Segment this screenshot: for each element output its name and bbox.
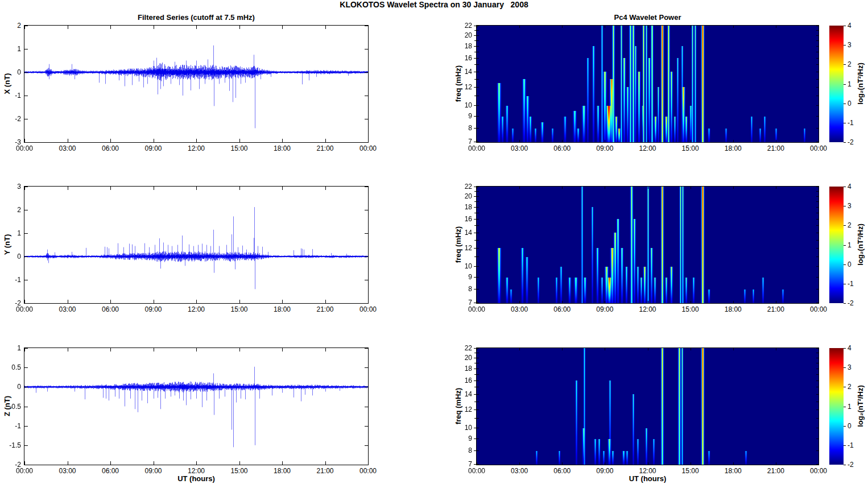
x-tick-label: 00:00 — [9, 144, 40, 152]
y-tick-mark — [474, 187, 476, 187]
y-minor-tick-mark — [474, 240, 476, 241]
y-tick-label: 14 — [446, 390, 472, 398]
y-tick-label: 12 — [446, 83, 472, 91]
x-tick-label: 15:00 — [224, 144, 255, 152]
x-tick-label: 06:00 — [546, 144, 578, 152]
x-tick-label: 18:00 — [266, 144, 298, 152]
y-tick-label: 8 — [446, 285, 472, 293]
x-tick-label: 03:00 — [503, 144, 535, 152]
y-tick-label: -1 — [0, 422, 21, 430]
x-tick-label: 00:00 — [461, 467, 493, 475]
colorbar-tick-mark — [844, 206, 846, 206]
x-filtered-series-canvas — [24, 25, 369, 143]
y-minor-tick-mark — [474, 257, 476, 257]
y-minor-tick-mark — [474, 225, 476, 226]
y-tick-label: 16 — [446, 215, 472, 223]
colorbar-tick-label: 3 — [848, 363, 865, 371]
x-tick-label: 00:00 — [9, 305, 40, 313]
y-tick-label: 9 — [446, 273, 472, 281]
y-wavelet-power-colorbar-canvas — [829, 187, 844, 303]
y-tick-label: 2 — [0, 22, 21, 30]
y-series-y-axis-label: Y (nT) — [3, 188, 12, 301]
y-tick-label: 22 — [446, 22, 472, 30]
y-tick-mark — [474, 277, 476, 278]
y-tick-label: -0.5 — [0, 403, 21, 411]
y-minor-tick-mark — [474, 96, 476, 96]
y-tick-label: 20 — [446, 31, 472, 39]
x-tick-label: 15:00 — [224, 305, 255, 313]
x-tick-label: 06:00 — [546, 305, 578, 313]
y-tick-mark — [474, 380, 476, 381]
x-tick-label: 00:00 — [461, 305, 493, 313]
y-tick-mark — [474, 248, 476, 249]
y-wavelet-power-canvas — [476, 186, 819, 304]
x-tick-label: 09:00 — [589, 467, 621, 475]
y-tick-mark — [474, 394, 476, 395]
colorbar-tick-label: 4 — [848, 344, 865, 352]
y-tick-label: 0 — [0, 383, 21, 391]
y-tick-label: 22 — [446, 183, 472, 191]
y-tick-label: 0 — [0, 68, 21, 76]
colorbar-tick-label: -2 — [848, 299, 865, 307]
y-tick-label: -1 — [0, 92, 21, 100]
x-tick-label: 09:00 — [138, 305, 170, 313]
y-tick-mark — [474, 35, 476, 36]
x-tick-label: 09:00 — [589, 144, 621, 152]
x-tick-label: 18:00 — [717, 144, 749, 152]
x-tick-label: 09:00 — [138, 467, 170, 475]
y-tick-mark — [474, 358, 476, 358]
x-tick-label: 18:00 — [717, 305, 749, 313]
left-column-title: Filtered Series (cutoff at 7.5 mHz) — [24, 13, 368, 22]
y-minor-tick-mark — [474, 363, 476, 363]
y-tick-mark — [474, 207, 476, 208]
x-tick-label: 00:00 — [803, 144, 834, 152]
x-tick-label: 00:00 — [461, 144, 493, 152]
z-wavelet-power-canvas — [476, 348, 819, 465]
x-tick-label: 21:00 — [309, 467, 341, 475]
colorbar-tick-label: 1 — [848, 403, 865, 411]
x-tick-label: 06:00 — [94, 144, 126, 152]
y-tick-mark — [474, 58, 476, 59]
y-tick-label: -2 — [0, 115, 21, 123]
y-minor-tick-mark — [474, 201, 476, 202]
y-tick-mark — [474, 450, 476, 451]
y-tick-mark — [474, 289, 476, 289]
x-tick-label: 00:00 — [9, 467, 40, 475]
left-x-axis-label: UT (hours) — [24, 474, 368, 483]
y-minor-tick-mark — [474, 374, 476, 375]
y-tick-mark — [474, 369, 476, 369]
z-filtered-series-canvas — [24, 348, 369, 465]
x-tick-label: 03:00 — [52, 305, 84, 313]
x-tick-label: 06:00 — [546, 467, 578, 475]
colorbar-tick-mark — [844, 367, 846, 368]
x-wavelet-power-canvas — [476, 25, 819, 143]
colorbar-tick-mark — [844, 142, 846, 143]
colorbar-tick-label: 3 — [848, 41, 865, 49]
colorbar-tick-mark — [844, 465, 846, 465]
x-tick-label: 03:00 — [52, 467, 84, 475]
x-tick-label: 00:00 — [352, 144, 384, 152]
y-tick-label: 10 — [446, 424, 472, 432]
y-tick-mark — [474, 46, 476, 47]
x-tick-label: 06:00 — [94, 467, 126, 475]
y-tick-label: 9 — [446, 435, 472, 442]
colorbar-tick-mark — [844, 407, 846, 407]
y-tick-mark — [474, 142, 476, 142]
y-tick-label: 16 — [446, 377, 472, 384]
x-tick-label: 00:00 — [352, 305, 384, 313]
colorbar-tick-mark — [844, 284, 846, 284]
x-tick-label: 12:00 — [632, 305, 664, 313]
figure-root: KLOKOTOS Wavelet Spectra on 30 January 2… — [0, 0, 868, 484]
colorbar-tick-mark — [844, 26, 846, 26]
figure-title: KLOKOTOS Wavelet Spectra on 30 January 2… — [0, 0, 868, 9]
colorbar-tick-mark — [844, 45, 846, 45]
y-tick-mark — [474, 266, 476, 267]
x-wavelet-power-colorbar-canvas — [829, 26, 844, 142]
y-tick-label: 20 — [446, 354, 472, 362]
colorbar-tick-mark — [844, 426, 846, 427]
x-tick-label: 00:00 — [352, 467, 384, 475]
x-tick-label: 00:00 — [803, 305, 834, 313]
colorbar-tick-label: 2 — [848, 383, 865, 391]
y-tick-mark — [474, 128, 476, 129]
colorbar-tick-label: 4 — [848, 183, 865, 191]
